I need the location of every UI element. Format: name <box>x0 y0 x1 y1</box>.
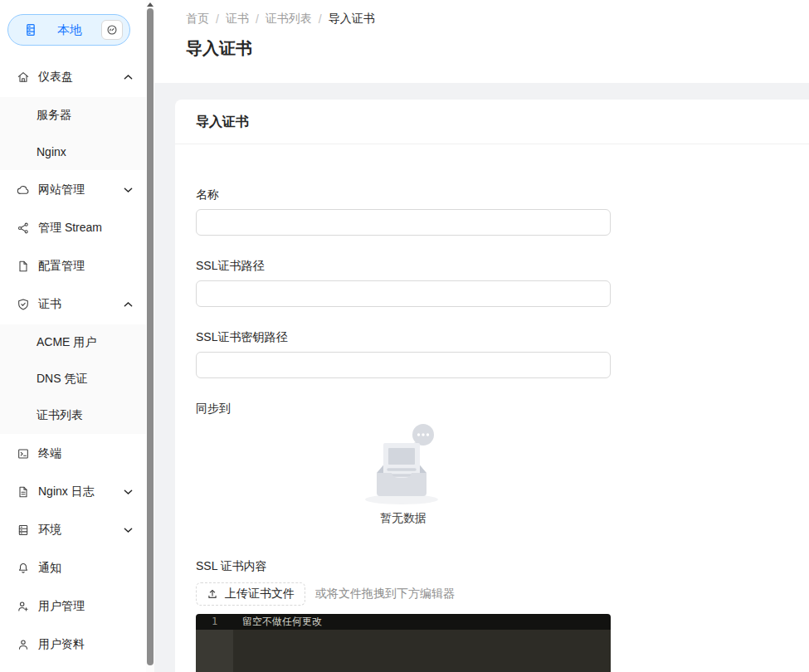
editor-line-number: 1 <box>196 614 233 630</box>
name-label: 名称 <box>196 187 611 202</box>
key-path-field-group: SSL证书密钥路径 <box>196 330 611 378</box>
chevron-up-icon <box>124 301 133 308</box>
sidebar-item-label: 用户管理 <box>38 599 133 614</box>
sync-field-group: 同步到 <box>196 402 611 526</box>
sidebar-item-label: ACME 用户 <box>37 335 96 350</box>
file-text-icon <box>17 485 30 499</box>
key-path-label: SSL证书密钥路径 <box>196 330 611 345</box>
upload-row: 上传证书文件 或将文件拖拽到下方编辑器 <box>196 582 788 606</box>
breadcrumb-certificates[interactable]: 证书 <box>226 12 249 27</box>
empty-text: 暂无数据 <box>196 511 611 526</box>
name-field-group: 名称 <box>196 187 611 236</box>
chevron-down-icon <box>124 527 133 533</box>
sidebar-item-terminal[interactable]: 终端 <box>0 436 146 472</box>
breadcrumb-home[interactable]: 首页 <box>186 12 209 27</box>
home-icon <box>17 71 30 84</box>
share-icon <box>17 222 30 235</box>
sidebar-item-environments[interactable]: 环境 <box>0 512 146 548</box>
user-add-icon <box>17 600 30 613</box>
node-name: 本地 <box>38 22 101 38</box>
file-icon <box>17 260 30 273</box>
key-path-input[interactable] <box>196 352 611 378</box>
sidebar-item-config[interactable]: 配置管理 <box>0 248 146 285</box>
breadcrumb: 首页 / 证书 / 证书列表 / 导入证书 <box>186 12 809 27</box>
sidebar-item-user-management[interactable]: 用户管理 <box>0 588 146 625</box>
cert-content-label: SSL 证书内容 <box>196 559 788 574</box>
upload-icon <box>207 588 218 600</box>
sidebar-item-sites[interactable]: 网站管理 <box>0 172 146 208</box>
breadcrumb-separator: / <box>319 12 322 26</box>
sidebar-item-certificates[interactable]: 证书 <box>0 286 146 323</box>
scrollbar-up-arrow-icon[interactable] <box>147 2 154 7</box>
breadcrumb-certificate-list[interactable]: 证书列表 <box>266 12 312 27</box>
sidebar-item-acme-users[interactable]: ACME 用户 <box>0 324 146 361</box>
sidebar-item-dns-credentials[interactable]: DNS 凭证 <box>0 361 146 397</box>
certificates-submenu: ACME 用户 DNS 凭证 证书列表 <box>0 324 146 434</box>
sync-label: 同步到 <box>196 402 611 416</box>
bell-icon <box>17 562 30 575</box>
sidebar-item-label: 环境 <box>38 523 120 538</box>
cert-path-input[interactable] <box>196 280 611 307</box>
gauge-button[interactable] <box>101 20 123 40</box>
terminal-icon <box>17 447 30 460</box>
chevron-down-icon <box>124 187 133 193</box>
upload-certificate-button[interactable]: 上传证书文件 <box>196 582 305 606</box>
sidebar-item-label: Nginx <box>37 145 66 158</box>
sidebar-item-dashboard[interactable]: 仪表盘 <box>0 59 146 95</box>
empty-box-illustration-icon <box>353 420 453 506</box>
sidebar-item-label: 通知 <box>38 561 133 576</box>
sidebar-item-label: 网站管理 <box>38 183 120 197</box>
user-icon <box>17 638 30 651</box>
sidebar-scrollbar <box>146 0 154 672</box>
editor-code-area[interactable] <box>233 630 611 672</box>
sidebar-item-stream[interactable]: 管理 Stream <box>0 210 146 246</box>
upload-hint: 或将文件拖拽到下方编辑器 <box>315 587 455 601</box>
sidebar-item-notifications[interactable]: 通知 <box>0 550 146 587</box>
sidebar-menu: 仪表盘 服务器 Nginx 网站管理 <box>0 59 146 663</box>
sidebar-item-user-profile[interactable]: 用户资料 <box>0 626 146 663</box>
breadcrumb-separator: / <box>216 12 219 26</box>
page-title: 导入证书 <box>186 37 809 60</box>
editor-placeholder: 留空不做任何更改 <box>233 614 322 630</box>
sidebar-item-certificate-list[interactable]: 证书列表 <box>0 397 146 434</box>
certificate-content-editor[interactable]: 1 留空不做任何更改 <box>196 614 611 672</box>
editor-gutter <box>196 630 233 672</box>
scrollbar-thumb[interactable] <box>147 8 154 665</box>
name-input[interactable] <box>196 209 611 236</box>
cert-path-label: SSL证书路径 <box>196 259 611 274</box>
sidebar: 本地 仪表盘 服务器 Nginx <box>0 0 146 672</box>
dashboard-submenu: 服务器 Nginx <box>0 97 146 170</box>
chevron-up-icon <box>124 74 133 80</box>
sidebar-item-label: 服务器 <box>37 108 71 123</box>
cert-content-group: SSL 证书内容 上传证书文件 或将文件拖拽到下方编辑器 1 <box>196 559 788 672</box>
import-certificate-card: 导入证书 名称 SSL证书路径 SSL证书密钥路径 同步到 <box>175 100 809 672</box>
sidebar-item-label: DNS 凭证 <box>37 372 87 387</box>
cert-path-field-group: SSL证书路径 <box>196 259 611 307</box>
sidebar-item-server[interactable]: 服务器 <box>0 97 146 134</box>
editor-body <box>196 630 611 672</box>
page-header: 首页 / 证书 / 证书列表 / 导入证书 导入证书 <box>154 0 809 83</box>
empty-state: 暂无数据 <box>196 420 611 526</box>
main-area: 首页 / 证书 / 证书列表 / 导入证书 导入证书 导入证书 名称 SSL证书… <box>154 0 809 672</box>
node-selector[interactable]: 本地 <box>7 14 130 46</box>
breadcrumb-separator: / <box>256 12 259 26</box>
sidebar-item-label: 证书列表 <box>37 408 83 423</box>
chevron-down-icon <box>124 489 133 495</box>
content-area: 导入证书 名称 SSL证书路径 SSL证书密钥路径 同步到 <box>154 83 809 672</box>
sidebar-item-label: 终端 <box>38 446 133 461</box>
database-icon <box>17 523 30 537</box>
sidebar-item-label: 管理 Stream <box>38 221 133 236</box>
shield-check-icon <box>17 298 30 311</box>
sidebar-item-label: 证书 <box>38 297 120 312</box>
sidebar-item-nginx[interactable]: Nginx <box>0 134 146 170</box>
card-body: 名称 SSL证书路径 SSL证书密钥路径 同步到 <box>175 144 809 672</box>
sidebar-item-label: 配置管理 <box>38 259 133 274</box>
cloud-icon <box>17 183 30 197</box>
sidebar-item-nginx-logs[interactable]: Nginx 日志 <box>0 474 146 510</box>
sidebar-item-label: 用户资料 <box>38 637 133 652</box>
sidebar-item-label: Nginx 日志 <box>38 485 120 499</box>
breadcrumb-current: 导入证书 <box>329 12 375 27</box>
sidebar-item-label: 仪表盘 <box>38 70 120 85</box>
card-title: 导入证书 <box>175 100 809 144</box>
upload-button-label: 上传证书文件 <box>225 587 295 601</box>
